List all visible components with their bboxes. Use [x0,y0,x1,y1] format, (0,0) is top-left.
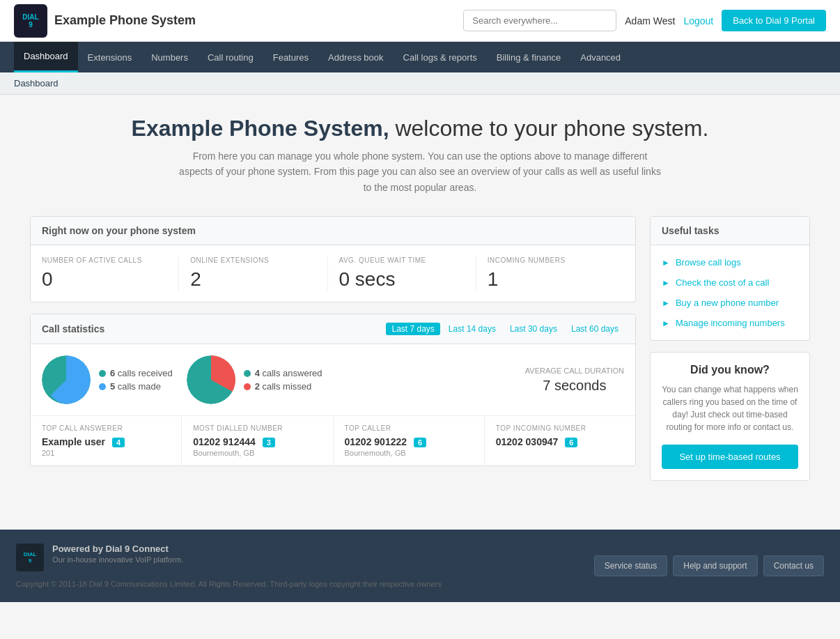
answered-missed-chart: 4 calls answered 2 calls missed [187,355,322,404]
chevron-right-icon-2: ► [662,278,670,288]
welcome-company: Example Phone System, [132,116,389,141]
received-made-chart: 6 calls received 5 calls made [42,355,173,404]
call-statistics-card: Call statistics Last 7 days Last 14 days… [30,314,636,466]
nav-item-numbers[interactable]: Numbers [141,42,198,72]
right-column: Useful tasks ► Browse call logs ► Check … [650,216,810,481]
top-incoming-number: TOP INCOMING NUMBER 01202 030947 6 [485,416,635,465]
welcome-section: Example Phone System, welcome to your ph… [30,116,810,195]
left-column: Right now on your phone system NUMBER OF… [30,216,636,477]
missed-label: calls missed [262,381,311,392]
task-buy-number[interactable]: ► Buy a new phone number [651,293,809,313]
filter-30days[interactable]: Last 30 days [504,323,563,335]
useful-tasks-card: Useful tasks ► Browse call logs ► Check … [650,216,810,341]
stat-active-calls: NUMBER OF ACTIVE CALLS 0 [42,256,179,291]
logout-link[interactable]: Logout [683,15,713,26]
footer-left-section: DIAL9 Powered by Dial 9 Connect Our in-h… [16,544,442,588]
footer-powered-by: Powered by Dial 9 Connect [52,544,183,554]
main-content: Example Phone System, welcome to your ph… [16,95,824,502]
filter-14days[interactable]: Last 14 days [443,323,501,335]
help-support-button[interactable]: Help and support [673,555,757,576]
footer-inner: DIAL9 Powered by Dial 9 Connect Our in-h… [16,544,824,588]
most-dialled: MOST DIALLED NUMBER 01202 912444 3 Bourn… [182,416,333,465]
avg-duration-value: 7 seconds [525,378,624,394]
nav-item-advanced[interactable]: Advanced [570,42,630,72]
nav-item-features[interactable]: Features [263,42,318,72]
logo-icon: DIAL9 [14,4,47,38]
header-right: Adam West Logout Back to Dial 9 Portal [463,10,826,31]
pie-chart-received [42,355,91,404]
contact-us-button[interactable]: Contact us [763,555,824,576]
stat-incoming-value: 1 [488,268,613,291]
top-answerer-sub: 201 [42,449,170,457]
search-input[interactable] [463,10,616,31]
stat-online-extensions: ONLINE EXTENSIONS 2 [179,256,327,291]
top-caller-sub: Bournemouth, GB [345,449,473,457]
useful-tasks-header: Useful tasks [651,217,809,245]
top-incoming-value: 01202 030947 6 [496,436,624,447]
chevron-right-icon-4: ► [662,318,670,328]
most-dialled-label: MOST DIALLED NUMBER [193,424,321,432]
time-filters: Last 7 days Last 14 days Last 30 days La… [386,323,624,335]
task-browse-call-logs[interactable]: ► Browse call logs [651,252,809,272]
task-check-cost[interactable]: ► Check the cost of a call [651,272,809,293]
footer-buttons: Service status Help and support Contact … [594,555,824,576]
right-now-header: Right now on your phone system [31,217,635,245]
header: DIAL9 Example Phone System Adam West Log… [0,0,840,42]
most-dialled-sub: Bournemouth, GB [193,449,321,457]
stat-queue-value: 0 secs [339,268,465,291]
stat-online-ext-label: ONLINE EXTENSIONS [190,256,316,264]
received-dot [99,370,106,377]
made-dot [99,383,106,390]
stat-online-ext-value: 2 [190,268,316,291]
chevron-right-icon-3: ► [662,298,670,308]
received-made-legend: 6 calls received 5 calls made [99,368,173,392]
task-browse-link[interactable]: Browse call logs [676,257,741,268]
task-buy-number-link[interactable]: Buy a new phone number [676,298,779,308]
stats-row: NUMBER OF ACTIVE CALLS 0 ONLINE EXTENSIO… [31,245,635,302]
bottom-stats: TOP CALL ANSWERER Example user 4 201 MOS… [31,415,635,465]
setup-time-routes-button[interactable]: Set up time-based routes [662,445,798,469]
avg-duration-label: Average call duration [525,367,624,375]
call-stats-title: Call statistics [42,323,386,334]
nav-item-call-routing[interactable]: Call routing [198,42,263,72]
footer-logo-icon: DIAL9 [16,544,44,571]
nav-item-billing[interactable]: Billing & finance [487,42,571,72]
nav-item-dashboard[interactable]: Dashboard [14,42,78,72]
main-nav: Dashboard Extensions Numbers Call routin… [0,42,840,72]
back-to-portal-button[interactable]: Back to Dial 9 Portal [722,10,826,31]
task-manage-numbers[interactable]: ► Manage incoming numbers [651,313,809,333]
legend-missed: 2 calls missed [244,381,322,392]
top-answerer-label: TOP CALL ANSWERER [42,424,170,432]
logo-area: DIAL9 Example Phone System [14,4,196,38]
received-count: 6 [110,368,115,378]
received-label: calls received [118,368,173,378]
footer-copyright: Copyright © 2011-18 Dial 9 Communication… [16,580,442,588]
answered-label: calls answered [262,368,322,378]
welcome-title: Example Phone System, welcome to your ph… [30,116,810,141]
top-caller-badge: 6 [414,438,426,447]
breadcrumb-label: Dashboard [14,78,59,88]
welcome-subtitle: welcome to your phone system. [395,116,708,141]
breadcrumb: Dashboard [0,72,840,95]
filter-7days[interactable]: Last 7 days [386,323,440,335]
answered-count: 4 [255,368,260,378]
chevron-right-icon: ► [662,258,670,268]
footer-brand: DIAL9 Powered by Dial 9 Connect Our in-h… [16,544,442,571]
task-check-cost-link[interactable]: Check the cost of a call [676,277,769,288]
missed-dot [244,383,251,390]
service-status-button[interactable]: Service status [594,555,667,576]
right-now-card: Right now on your phone system NUMBER OF… [30,216,636,302]
legend-received: 6 calls received [99,368,173,378]
made-label: calls made [118,381,161,392]
pie-chart-answered [187,355,235,404]
top-answerer-badge: 4 [112,438,125,447]
did-you-know-card: Did you know? You can change what happen… [650,352,810,481]
missed-count: 2 [255,381,260,392]
nav-item-address-book[interactable]: Address book [318,42,394,72]
nav-item-call-logs[interactable]: Call logs & reports [394,42,487,72]
task-manage-link[interactable]: Manage incoming numbers [676,318,785,328]
filter-60days[interactable]: Last 60 days [566,323,624,335]
nav-item-extensions[interactable]: Extensions [78,42,142,72]
most-dialled-value: 01202 912444 3 [193,436,321,447]
made-count: 5 [110,381,115,392]
